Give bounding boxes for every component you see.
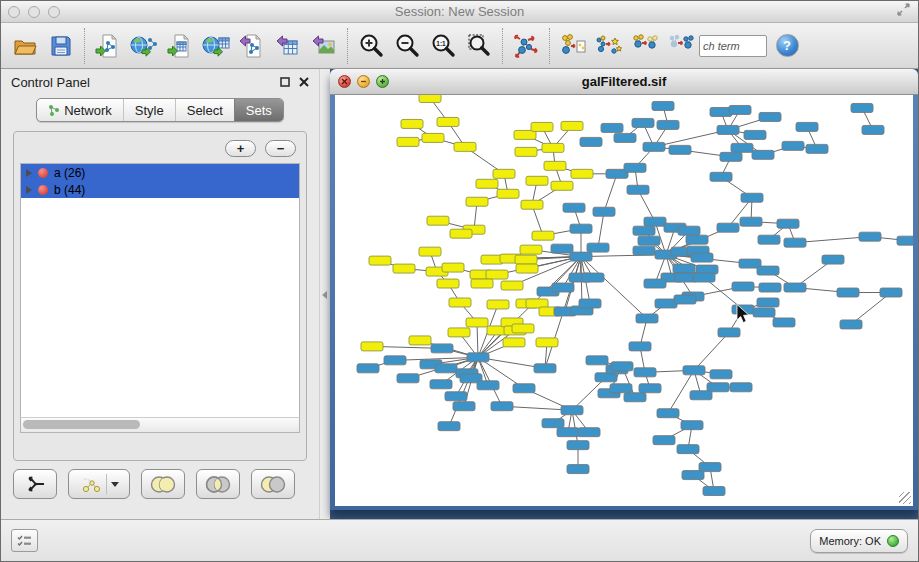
network-node[interactable]: [693, 273, 715, 282]
network-node[interactable]: [683, 366, 705, 375]
network-node[interactable]: [551, 181, 573, 190]
network-node[interactable]: [629, 342, 651, 351]
network-node[interactable]: [644, 217, 666, 226]
network-node[interactable]: [624, 393, 646, 402]
network-node[interactable]: [859, 232, 881, 241]
network-node[interactable]: [673, 264, 695, 273]
set-row-a[interactable]: a (26): [21, 164, 299, 181]
network-node[interactable]: [419, 247, 441, 256]
network-node[interactable]: [718, 328, 740, 337]
network-node[interactable]: [542, 419, 564, 428]
network-node[interactable]: [567, 465, 589, 474]
network-edge[interactable]: [598, 212, 604, 248]
network-node[interactable]: [729, 105, 751, 114]
tab-select[interactable]: Select: [175, 99, 234, 121]
network-node[interactable]: [731, 143, 753, 152]
network-node[interactable]: [752, 150, 774, 159]
task-history-button[interactable]: [11, 529, 38, 552]
tab-network[interactable]: Network: [37, 99, 123, 121]
network-node[interactable]: [710, 172, 732, 181]
network-node[interactable]: [587, 243, 609, 252]
network-node[interactable]: [627, 185, 649, 194]
network-node[interactable]: [652, 101, 674, 110]
network-node[interactable]: [542, 143, 564, 152]
network-node[interactable]: [503, 338, 525, 347]
network-node[interactable]: [840, 320, 862, 329]
network-node[interactable]: [741, 193, 763, 202]
horizontal-scrollbar[interactable]: [21, 417, 299, 432]
network-node[interactable]: [653, 436, 675, 445]
network-node[interactable]: [784, 238, 806, 247]
network-node[interactable]: [561, 121, 583, 130]
network-node[interactable]: [610, 384, 632, 393]
network-node[interactable]: [691, 253, 713, 262]
sets-list[interactable]: a (26) b (44): [20, 163, 300, 433]
remove-set-button[interactable]: −: [265, 140, 296, 157]
network-node[interactable]: [497, 189, 519, 198]
network-node[interactable]: [730, 383, 752, 392]
split-set-button[interactable]: [13, 469, 57, 499]
network-node[interactable]: [466, 197, 488, 206]
network-node[interactable]: [773, 318, 795, 327]
tab-style[interactable]: Style: [123, 99, 175, 121]
expander-icon[interactable]: [26, 186, 32, 194]
network-node[interactable]: [632, 118, 654, 127]
network-node[interactable]: [674, 295, 696, 304]
memory-status-button[interactable]: Memory: OK: [810, 529, 908, 553]
network-node[interactable]: [579, 299, 601, 308]
network-node[interactable]: [466, 318, 488, 327]
network-node[interactable]: [531, 122, 553, 131]
fullscreen-icon[interactable]: [896, 2, 911, 21]
network-node[interactable]: [384, 356, 406, 365]
zoom-selected-region-button[interactable]: [461, 27, 497, 65]
tab-sets[interactable]: Sets: [234, 99, 283, 121]
add-set-button[interactable]: +: [225, 140, 256, 157]
network-node[interactable]: [516, 264, 538, 273]
maximize-network-icon[interactable]: [376, 75, 389, 88]
network-node[interactable]: [753, 308, 775, 317]
network-node[interactable]: [435, 364, 457, 373]
network-node[interactable]: [561, 406, 583, 415]
network-node[interactable]: [526, 176, 548, 185]
compare-networks-to-file-button[interactable]: [555, 27, 591, 65]
network-node[interactable]: [686, 235, 708, 244]
export-image-button[interactable]: [306, 27, 342, 65]
network-node[interactable]: [515, 147, 537, 156]
network-node[interactable]: [571, 169, 593, 178]
network-graph[interactable]: [335, 95, 913, 506]
network-node[interactable]: [570, 252, 592, 261]
network-node[interactable]: [717, 125, 739, 134]
minimize-network-icon[interactable]: [357, 75, 370, 88]
network-node[interactable]: [638, 236, 660, 245]
network-node[interactable]: [515, 255, 537, 264]
network-node[interactable]: [740, 217, 762, 226]
float-panel-icon[interactable]: [280, 75, 290, 90]
network-node[interactable]: [837, 288, 859, 297]
network-node[interactable]: [717, 223, 739, 232]
import-network-from-web-button[interactable]: [126, 27, 162, 65]
network-node[interactable]: [582, 273, 604, 282]
network-node[interactable]: [851, 103, 873, 112]
network-node[interactable]: [757, 298, 779, 307]
network-node[interactable]: [520, 245, 542, 254]
apply-preferred-layout-button[interactable]: [508, 27, 544, 65]
set-union-button[interactable]: [141, 469, 185, 499]
network-node[interactable]: [453, 402, 475, 411]
network-window-titlebar[interactable]: galFiltered.sif: [330, 69, 918, 95]
network-node[interactable]: [682, 471, 704, 480]
network-node[interactable]: [557, 428, 579, 437]
network-node[interactable]: [710, 370, 732, 379]
network-node[interactable]: [806, 144, 828, 153]
resize-grip[interactable]: [899, 492, 911, 504]
import-network-from-file-button[interactable]: [90, 27, 126, 65]
network-node[interactable]: [513, 384, 535, 393]
set-row-b[interactable]: b (44): [21, 181, 299, 198]
import-table-from-web-button[interactable]: [198, 27, 234, 65]
network-node[interactable]: [449, 298, 471, 307]
panel-splitter[interactable]: [319, 69, 330, 521]
network-node[interactable]: [678, 226, 700, 235]
network-node[interactable]: [397, 137, 419, 146]
network-node[interactable]: [744, 130, 766, 139]
network-node[interactable]: [493, 169, 515, 178]
network-node[interactable]: [611, 362, 633, 371]
